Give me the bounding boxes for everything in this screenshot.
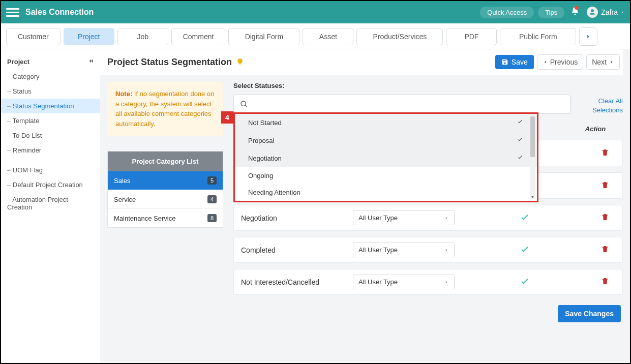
menu-icon[interactable]: [6, 6, 19, 19]
callout-tag: 4: [221, 111, 233, 124]
main-content: Project Status Segmentation Save Previou…: [100, 49, 630, 362]
chevron-down-icon: [444, 248, 449, 253]
save-button-label: Save: [512, 58, 528, 66]
check-icon: [520, 212, 530, 224]
user-type-select[interactable]: All User Type: [353, 242, 455, 257]
category-row-sales[interactable]: Sales 5: [108, 171, 223, 190]
delete-icon[interactable]: [595, 148, 615, 159]
dropdown-item[interactable]: Negotiation: [235, 149, 537, 167]
status-search-input[interactable]: [233, 95, 570, 114]
category-name: Service: [114, 196, 136, 203]
status-name: Negotiation: [241, 214, 353, 222]
page-header: Project Status Segmentation Save Previou…: [100, 49, 623, 75]
category-name: Maintenance Service: [114, 215, 175, 222]
dropdown-item-label: Needing Attention: [248, 189, 301, 196]
save-changes-button[interactable]: Save Changes: [558, 305, 621, 322]
check-icon: [517, 118, 524, 127]
save-icon: [501, 58, 508, 66]
note-label: Note:: [115, 90, 132, 98]
status-row: Completed All User Type: [233, 237, 623, 263]
note-box: Note: If no segmentation done on a categ…: [107, 82, 223, 136]
chevron-down-icon: [444, 280, 449, 285]
delete-icon[interactable]: [595, 277, 615, 287]
search-icon: [240, 100, 248, 108]
check-icon: [517, 154, 524, 163]
sidebar-item-status-segmentation[interactable]: Status Segmentation: [1, 99, 100, 113]
top-bar: Sales Connection Quick Access Tips Zafra: [1, 1, 630, 23]
sidebar-item-uom-flag[interactable]: UOM Flag: [1, 163, 100, 177]
sidebar-item-status[interactable]: Status: [1, 84, 100, 99]
dropdown-item[interactable]: Needing Attention: [235, 184, 537, 201]
next-label: Next: [592, 58, 607, 66]
status-dropdown: 4 Not Started Proposal Negotiation: [233, 112, 538, 202]
scroll-down-icon[interactable]: ▼: [530, 195, 535, 199]
sidebar-item-reminder[interactable]: Reminder: [1, 143, 100, 158]
check-icon: [517, 136, 524, 145]
tab-public-form[interactable]: Public Form: [500, 28, 576, 45]
status-name: Completed: [241, 246, 353, 254]
sidebar-item-todolist[interactable]: To Do List: [1, 128, 100, 143]
chevron-right-icon: [609, 59, 614, 65]
sidebar-item-default-project-creation[interactable]: Default Project Creation: [1, 177, 100, 192]
category-list-header: Project Category List: [108, 151, 223, 171]
sidebar-collapse-icon[interactable]: [87, 57, 94, 66]
user-type-label: All User Type: [358, 278, 398, 286]
category-count-badge: 5: [207, 176, 217, 185]
tab-pdf[interactable]: PDF: [446, 28, 497, 45]
sidebar-title: Project: [7, 58, 29, 66]
status-row: Negotiation All User Type: [233, 205, 623, 231]
tab-comment[interactable]: Comment: [171, 28, 226, 45]
sidebar-item-category[interactable]: Category: [1, 69, 100, 84]
check-icon: [520, 244, 530, 256]
delete-icon[interactable]: [595, 213, 615, 223]
status-row: Not Interested/Cancelled All User Type: [233, 269, 623, 295]
chevron-left-icon: [543, 59, 548, 65]
dropdown-item-label: Negotiation: [248, 155, 282, 162]
category-list: Project Category List Sales 5 Service 4 …: [107, 151, 223, 228]
user-menu[interactable]: Zafra: [587, 7, 625, 18]
delete-icon[interactable]: [595, 245, 615, 255]
dropdown-item[interactable]: Proposal: [235, 132, 537, 149]
check-icon: [520, 276, 530, 288]
category-name: Sales: [114, 177, 131, 185]
tips-button[interactable]: Tips: [538, 7, 564, 18]
tab-product-services[interactable]: Product/Services: [356, 28, 443, 45]
notifications-icon[interactable]: [570, 7, 580, 18]
category-count-badge: 4: [207, 195, 217, 203]
sidebar: Project Category Status Status Segmentat…: [1, 49, 100, 362]
user-type-select[interactable]: All User Type: [353, 275, 455, 289]
tab-digital-form[interactable]: Digital Form: [228, 28, 299, 45]
action-header: Action: [575, 125, 616, 133]
sidebar-item-template[interactable]: Template: [1, 113, 100, 128]
lightbulb-icon[interactable]: [236, 58, 244, 66]
user-type-select[interactable]: All User Type: [353, 210, 455, 225]
tab-asset[interactable]: Asset: [303, 28, 353, 45]
status-name: Not Interested/Cancelled: [241, 278, 353, 286]
delete-icon[interactable]: [595, 180, 615, 191]
chevron-down-icon: [620, 8, 625, 16]
tab-job[interactable]: Job: [117, 28, 168, 45]
tab-scroll-right[interactable]: [579, 27, 597, 46]
category-count-badge: 8: [207, 214, 217, 222]
user-type-label: All User Type: [358, 214, 398, 222]
page-title: Project Status Segmentation: [107, 57, 232, 68]
save-button[interactable]: Save: [495, 55, 534, 69]
dropdown-item[interactable]: Not Started: [235, 114, 537, 132]
dropdown-item-label: Proposal: [248, 137, 274, 144]
tab-project[interactable]: Project: [64, 28, 114, 45]
previous-button[interactable]: Previous: [537, 54, 583, 70]
module-tabs: Customer Project Job Comment Digital For…: [1, 23, 630, 49]
tab-customer[interactable]: Customer: [6, 28, 61, 45]
category-row-maintenance[interactable]: Maintenance Service 8: [108, 208, 223, 227]
dropdown-item[interactable]: Ongoing: [235, 167, 537, 184]
quick-access-button[interactable]: Quick Access: [480, 7, 534, 18]
clear-all-link[interactable]: Clear All Selections: [580, 95, 623, 115]
scroll-thumb[interactable]: [530, 116, 535, 157]
sidebar-item-automation-project-creation[interactable]: Automation Project Creation: [1, 192, 100, 215]
next-button[interactable]: Next: [586, 54, 620, 70]
avatar-icon: [587, 7, 598, 18]
dropdown-scrollbar[interactable]: ▲ ▼: [530, 115, 535, 199]
user-name: Zafra: [601, 8, 618, 16]
user-type-label: All User Type: [358, 246, 398, 254]
category-row-service[interactable]: Service 4: [108, 190, 223, 208]
